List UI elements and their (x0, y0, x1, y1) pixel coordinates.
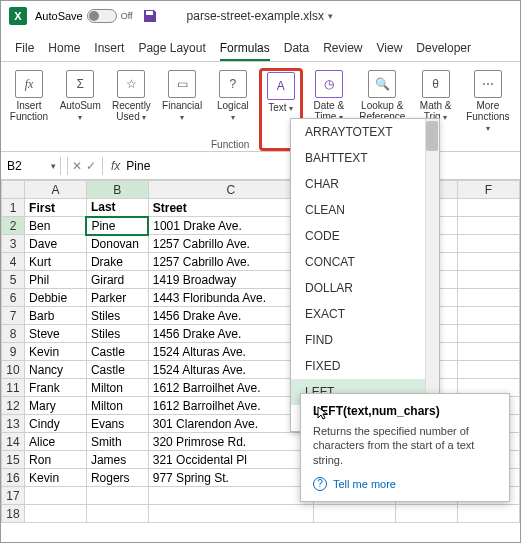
autosave-toggle[interactable] (87, 9, 117, 23)
cell[interactable]: Girard (86, 271, 148, 289)
cell[interactable]: Pine (86, 217, 148, 235)
row-header[interactable]: 18 (2, 505, 25, 523)
cell[interactable]: Alice (25, 433, 87, 451)
cell[interactable]: 1456 Drake Ave. (148, 307, 313, 325)
dropdown-item-code[interactable]: CODE (291, 223, 439, 249)
cell[interactable]: Castle (86, 361, 148, 379)
column-header[interactable]: F (458, 181, 520, 199)
row-header[interactable]: 12 (2, 397, 25, 415)
cell[interactable]: Drake (86, 253, 148, 271)
row-header[interactable]: 4 (2, 253, 25, 271)
row-header[interactable]: 7 (2, 307, 25, 325)
cell[interactable]: Kevin (25, 469, 87, 487)
name-box[interactable]: B2 ▾ (1, 157, 61, 175)
dropdown-item-dollar[interactable]: DOLLAR (291, 275, 439, 301)
row-header[interactable]: 8 (2, 325, 25, 343)
cell[interactable]: Phil (25, 271, 87, 289)
row-header[interactable]: 15 (2, 451, 25, 469)
cell[interactable]: Smith (86, 433, 148, 451)
cancel-formula-icon[interactable]: ✕ (72, 159, 82, 173)
cell[interactable]: 1612 Barroilhet Ave. (148, 397, 313, 415)
cell[interactable]: 320 Primrose Rd. (148, 433, 313, 451)
row-header[interactable]: 5 (2, 271, 25, 289)
tab-formulas[interactable]: Formulas (220, 35, 270, 61)
cell[interactable]: Debbie (25, 289, 87, 307)
cell[interactable]: 1612 Barroilhet Ave. (148, 379, 313, 397)
row-header[interactable]: 3 (2, 235, 25, 253)
accept-formula-icon[interactable]: ✓ (86, 159, 96, 173)
ribbon-financial[interactable]: ▭Financial ▾ (157, 68, 206, 151)
dropdown-scrollbar[interactable] (425, 119, 439, 431)
cell[interactable]: Ron (25, 451, 87, 469)
dropdown-item-clean[interactable]: CLEAN (291, 197, 439, 223)
cell[interactable]: 1456 Drake Ave. (148, 325, 313, 343)
row-header[interactable]: 16 (2, 469, 25, 487)
cell[interactable]: Kevin (25, 343, 87, 361)
row-header[interactable]: 6 (2, 289, 25, 307)
cell[interactable]: Milton (86, 379, 148, 397)
cell[interactable]: 1257 Cabrillo Ave. (148, 235, 313, 253)
dropdown-item-concat[interactable]: CONCAT (291, 249, 439, 275)
cell[interactable]: 1443 Floribunda Ave. (148, 289, 313, 307)
header-cell[interactable]: First (25, 199, 87, 217)
tab-insert[interactable]: Insert (94, 35, 124, 61)
header-cell[interactable]: Last (86, 199, 148, 217)
dropdown-item-arraytotext[interactable]: ARRAYTOTEXT (291, 119, 439, 145)
cell[interactable]: Donovan (86, 235, 148, 253)
column-header[interactable]: B (86, 181, 148, 199)
tab-page-layout[interactable]: Page Layout (138, 35, 205, 61)
cell[interactable]: Ben (25, 217, 87, 235)
column-header[interactable]: A (25, 181, 87, 199)
row-header[interactable]: 10 (2, 361, 25, 379)
cell[interactable]: Stiles (86, 325, 148, 343)
cell[interactable]: Mary (25, 397, 87, 415)
cell[interactable]: 1001 Drake Ave. (148, 217, 313, 235)
dropdown-item-exact[interactable]: EXACT (291, 301, 439, 327)
tab-view[interactable]: View (377, 35, 403, 61)
tab-data[interactable]: Data (284, 35, 309, 61)
ribbon-autosum[interactable]: ΣAutoSum ▾ (55, 68, 105, 151)
cell[interactable]: Steve (25, 325, 87, 343)
cell[interactable]: Kurt (25, 253, 87, 271)
ribbon-recently[interactable]: ☆RecentlyUsed ▾ (109, 68, 153, 151)
autosave-control[interactable]: AutoSave Off (35, 9, 133, 23)
row-header[interactable]: 13 (2, 415, 25, 433)
tab-developer[interactable]: Developer (416, 35, 471, 61)
cell[interactable]: Castle (86, 343, 148, 361)
row-header[interactable]: 14 (2, 433, 25, 451)
cell[interactable]: 1257 Cabrillo Ave. (148, 253, 313, 271)
tab-review[interactable]: Review (323, 35, 362, 61)
cell[interactable]: 321 Occidental Pl (148, 451, 313, 469)
cell[interactable]: Cindy (25, 415, 87, 433)
cell[interactable]: 1524 Alturas Ave. (148, 361, 313, 379)
tab-file[interactable]: File (15, 35, 34, 61)
row-header[interactable]: 2 (2, 217, 25, 235)
cell[interactable]: 977 Spring St. (148, 469, 313, 487)
cell[interactable]: Stiles (86, 307, 148, 325)
cell[interactable]: Frank (25, 379, 87, 397)
row-header[interactable]: 11 (2, 379, 25, 397)
header-cell[interactable]: Street (148, 199, 313, 217)
cell[interactable]: Evans (86, 415, 148, 433)
cell[interactable]: Barb (25, 307, 87, 325)
row-header[interactable]: 17 (2, 487, 25, 505)
dropdown-item-bahttext[interactable]: BAHTTEXT (291, 145, 439, 171)
cell[interactable]: 1524 Alturas Ave. (148, 343, 313, 361)
dropdown-item-char[interactable]: CHAR (291, 171, 439, 197)
cell[interactable]: 301 Clarendon Ave. (148, 415, 313, 433)
tab-home[interactable]: Home (48, 35, 80, 61)
column-header[interactable]: C (148, 181, 313, 199)
dropdown-item-fixed[interactable]: FIXED (291, 353, 439, 379)
tell-me-more-link[interactable]: ? Tell me more (313, 477, 497, 491)
save-icon[interactable] (141, 7, 159, 25)
row-header[interactable]: 9 (2, 343, 25, 361)
cell[interactable]: Milton (86, 397, 148, 415)
cell[interactable]: Parker (86, 289, 148, 307)
cell[interactable]: Dave (25, 235, 87, 253)
cell[interactable]: Nancy (25, 361, 87, 379)
dropdown-item-find[interactable]: FIND (291, 327, 439, 353)
ribbon-insert[interactable]: fxInsertFunction (7, 68, 51, 151)
filename-dropdown[interactable]: parse-street-example.xlsx ▾ (187, 9, 333, 23)
cell[interactable]: 1419 Broadway (148, 271, 313, 289)
row-header[interactable]: 1 (2, 199, 25, 217)
